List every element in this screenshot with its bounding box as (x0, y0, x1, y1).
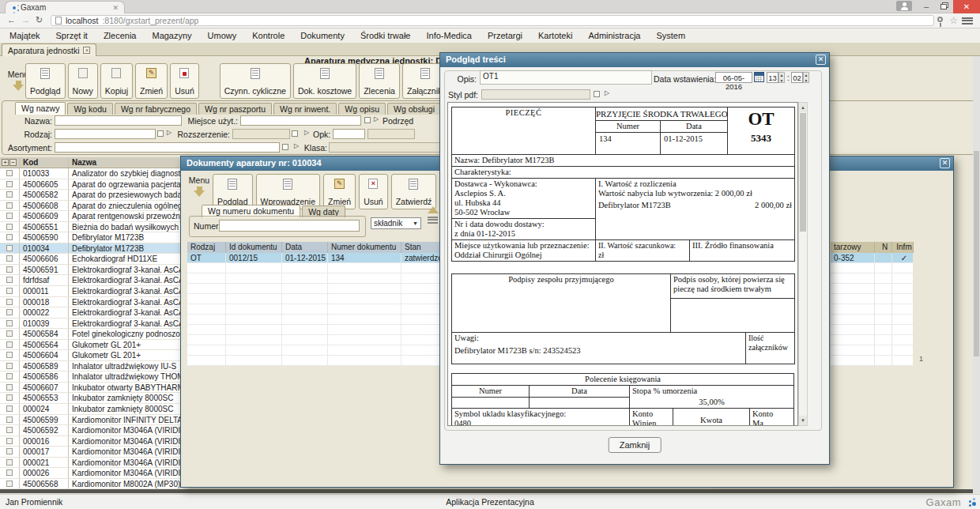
right-column-n[interactable]: N (875, 242, 892, 253)
menubar-item-umowy[interactable]: Umowy (200, 31, 245, 40)
preview-dialog-titlebar[interactable]: Podgląd treści ✕ (440, 53, 829, 67)
row-checkbox[interactable] (6, 448, 13, 454)
row-checkbox[interactable] (6, 427, 13, 433)
browser-tab[interactable]: Gaxam ✕ (5, 1, 125, 13)
window-restore-button[interactable] (936, 0, 952, 13)
menubar-item-administracja[interactable]: Administracja (580, 31, 648, 40)
menubar-item-kontrole[interactable]: Kontrole (244, 31, 292, 40)
menubar-item-info-medica[interactable]: Info-Medica (418, 31, 479, 40)
row-checkbox[interactable] (6, 320, 13, 326)
bookmark-star-icon[interactable]: ☆ (949, 15, 958, 26)
preview-scrollbar[interactable]: ▲ ▼ (798, 102, 808, 426)
tab-aparatura-jednostki[interactable]: Aparatura jednostki × (2, 43, 96, 56)
zmie-button[interactable]: Zmień (135, 63, 168, 99)
kod-column-header[interactable]: Kod (19, 157, 68, 168)
filter-tab-wg-nr-paszportu[interactable]: Wg nr paszportu (198, 103, 272, 115)
documents-column-rodzaj[interactable]: Rodzaj (187, 242, 226, 253)
row-checkbox[interactable] (6, 255, 13, 262)
menubar-item-sprz-t-it[interactable]: Sprzęt it (48, 31, 96, 40)
miejsce-picker-icon[interactable] (374, 115, 379, 123)
filter-tab-wg-obs-ugi[interactable]: Wg obsługi (387, 103, 441, 115)
filter-tab-wg-opisu[interactable]: Wg opisu (338, 103, 386, 115)
documents-column-numer-dokumentu[interactable]: Numer dokumentu (328, 242, 401, 253)
row-checkbox[interactable] (6, 384, 13, 390)
miejsce-checkbox[interactable] (364, 117, 371, 123)
nazwa-input[interactable] (55, 115, 182, 126)
miejsce-input[interactable] (240, 115, 361, 126)
window-close-button[interactable]: ✕ (953, 0, 980, 13)
menubar-item-kartoteki[interactable]: Kartoteki (530, 31, 580, 40)
row-checkbox[interactable] (6, 234, 13, 240)
rodzaj-picker-icon[interactable] (167, 129, 172, 136)
calendar-icon[interactable] (754, 72, 764, 82)
menubar-item-maj-tek[interactable]: Majątek (2, 31, 48, 40)
window-minimize-button[interactable]: – (918, 0, 934, 13)
dok-kosztowe-button[interactable]: Dok. kosztowe (293, 63, 356, 99)
asortyment-checkbox[interactable] (282, 144, 288, 150)
menubar-item-magazyny[interactable]: Magazyny (144, 31, 199, 40)
row-checkbox[interactable] (6, 299, 13, 305)
document-row-right[interactable]: 0-352✓ (831, 253, 914, 263)
zamknij-button[interactable]: Zamknij (609, 437, 662, 453)
podgl-d-button[interactable]: Podgląd (25, 63, 66, 99)
styl-pdf-checkbox[interactable] (594, 91, 600, 97)
row-checkbox[interactable] (6, 224, 13, 230)
rozszerzenie-picker-icon[interactable] (304, 129, 309, 136)
hour-spinner[interactable]: ▲▼ (778, 72, 785, 83)
opk-input[interactable] (333, 129, 365, 139)
row-checkbox[interactable] (6, 202, 13, 209)
menubar-item-zlecenia[interactable]: Zlecenia (96, 31, 145, 40)
menubar-item-dokumenty[interactable]: Dokumenty (292, 31, 352, 40)
nowy-button[interactable]: Nowy (68, 63, 98, 99)
czynn-cykliczne-button[interactable]: Czynn. cykliczne (220, 63, 291, 99)
browser-menu-icon[interactable] (962, 17, 973, 25)
filter-tab-wg-nr-inwent[interactable]: Wg nr inwent. (273, 103, 337, 115)
row-checkbox[interactable] (6, 309, 13, 315)
expand-all-button[interactable]: + (2, 159, 9, 166)
tab-close-icon[interactable]: ✕ (112, 4, 119, 12)
row-checkbox[interactable] (6, 373, 13, 379)
rozszerzenie-checkbox[interactable] (292, 130, 298, 137)
back-icon[interactable]: ← (7, 15, 16, 25)
usu-button[interactable]: Usuń (359, 174, 388, 209)
opis-textarea[interactable]: OT1 (480, 70, 652, 85)
row-checkbox[interactable] (6, 181, 13, 187)
rodzaj-input[interactable] (55, 129, 156, 139)
row-checkbox[interactable] (6, 363, 13, 369)
documents-column-id-dokumentu[interactable]: Id dokumentu (226, 242, 282, 253)
collapse-all-button[interactable]: − (9, 159, 17, 166)
scroll-up-icon[interactable]: ▲ (799, 103, 807, 112)
asortyment-picker-icon[interactable] (294, 142, 299, 149)
minute-spinner[interactable]: ▲▼ (803, 72, 809, 83)
row-checkbox[interactable] (6, 438, 13, 444)
row-checkbox[interactable] (6, 394, 13, 401)
row-checkbox[interactable] (6, 266, 13, 273)
filter-tab-wg-nazwy[interactable]: Wg nazwy (15, 102, 66, 115)
filter-tab-wg-kodu[interactable]: Wg kodu (67, 103, 112, 115)
scroll-down-icon[interactable]: ▼ (799, 416, 807, 425)
kopiuj-button[interactable]: Kopiuj (100, 63, 133, 99)
documents-menu-button[interactable]: Menu (186, 175, 213, 202)
reload-icon[interactable]: ↻ (36, 15, 43, 25)
styl-pdf-picker-icon[interactable] (605, 89, 609, 96)
row-checkbox[interactable] (6, 277, 13, 283)
forward-icon[interactable]: → (21, 15, 30, 25)
list-icon[interactable] (428, 217, 438, 224)
right-column-infm[interactable]: Infm (892, 242, 914, 253)
row-checkbox[interactable] (6, 170, 13, 176)
numer-input[interactable] (219, 220, 360, 232)
row-checkbox[interactable] (6, 352, 13, 358)
app-scrollbar[interactable] (973, 56, 980, 493)
menubar-item-rodki-trwa-e[interactable]: Środki trwałe (352, 31, 419, 40)
zlecenia-button[interactable]: Zlecenia (359, 63, 400, 99)
filter-tab-wg-nr-fabrycznego[interactable]: Wg nr fabrycznego (115, 103, 197, 115)
row-checkbox[interactable] (6, 481, 13, 487)
skladnik-select[interactable]: składnik ▼ (371, 217, 421, 229)
row-checkbox[interactable] (6, 191, 13, 198)
profile-icon[interactable] (896, 1, 912, 11)
documents-column-data[interactable]: Data (282, 242, 328, 253)
row-checkbox[interactable] (6, 405, 13, 412)
preview-dialog-close-icon[interactable]: ✕ (816, 55, 826, 65)
right-column-tarzowy[interactable]: tarzowy (831, 242, 875, 253)
asortyment-input[interactable] (55, 142, 280, 153)
